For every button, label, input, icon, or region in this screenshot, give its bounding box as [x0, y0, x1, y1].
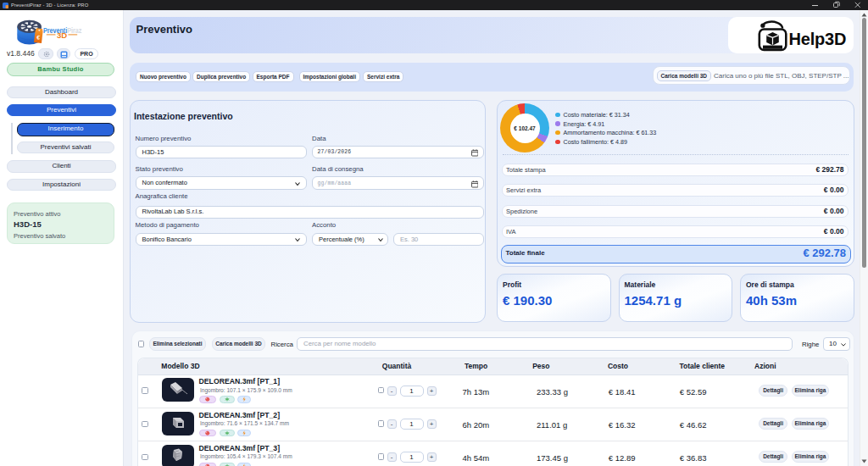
svg-text:3D: 3D	[57, 31, 67, 40]
svg-text:Help3D: Help3D	[789, 30, 847, 48]
